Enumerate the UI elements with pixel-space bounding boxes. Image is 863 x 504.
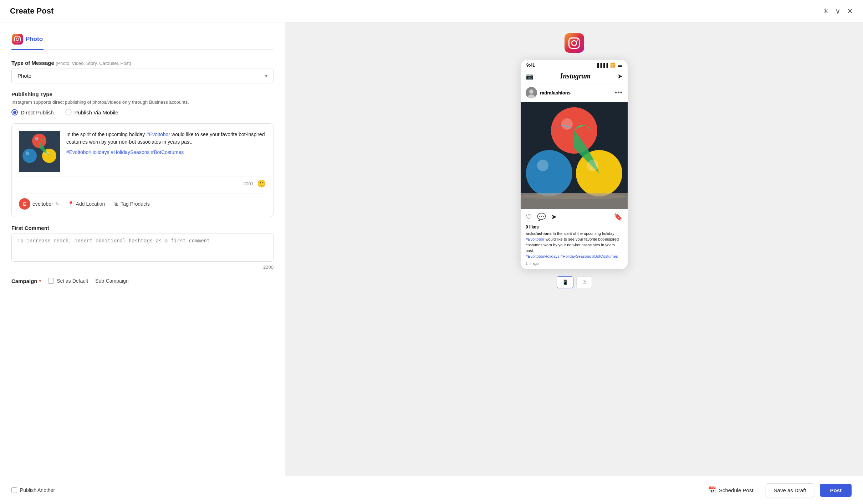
svg-point-15 <box>537 160 548 171</box>
main-layout: Photo Type of Message (Photo, Video, Sto… <box>0 22 863 476</box>
preview-logo <box>565 33 584 53</box>
preview-post-actions: ♡ 💬 ➤ 🔖 <box>521 209 628 225</box>
sub-campaign-label: Sub-Campaign <box>95 278 128 284</box>
tag-icon: 🛍 <box>113 201 118 207</box>
account-avatar-btn[interactable]: E evoltobor ✎ <box>19 198 59 210</box>
preview-caption-hashtags: #EvoltoborHolidays #HolidaySeasons #BotC… <box>526 254 618 258</box>
svg-point-16 <box>587 160 598 171</box>
wifi-icon: 🛜 <box>610 63 616 68</box>
emoji-button[interactable]: 🙂 <box>257 179 266 188</box>
svg-point-4 <box>35 137 39 140</box>
phone-mockup: 9:41 ▐▐▐▐ 🛜 ▬ 📷 Instagram ➤ <box>521 60 628 269</box>
tab-photo-label: Photo <box>26 36 43 43</box>
calendar-icon: 📅 <box>708 486 716 494</box>
pin-icon[interactable]: ✳ <box>823 7 829 15</box>
mobile-view-btn[interactable]: 📱 <box>557 276 573 288</box>
select-chevron-icon: ▾ <box>265 73 267 79</box>
like-icon: ♡ <box>526 212 532 221</box>
phone-nav: 📷 Instagram ➤ <box>521 69 628 83</box>
radio-publish-via-mobile-circle <box>65 109 72 115</box>
preview-post-header: radrafashions ••• <box>521 83 628 102</box>
tag-products-label: Tag Products <box>121 201 150 207</box>
post-hashtags: #EvoltoborHolidays #HolidaySeasons #BotC… <box>66 149 266 156</box>
preview-caption-mention: #Evoltobor <box>526 237 545 241</box>
svg-point-18 <box>521 194 628 199</box>
svg-point-12 <box>526 150 572 196</box>
schedule-post-label: Schedule Post <box>719 487 754 493</box>
first-comment-input[interactable] <box>11 233 274 262</box>
preview-caption: radrafashions In the spirit of the upcom… <box>521 230 628 262</box>
tabs: Photo <box>11 31 274 50</box>
radio-direct-publish-circle <box>11 109 18 115</box>
location-icon: 📍 <box>68 201 74 207</box>
save-icon: 🔖 <box>614 212 623 221</box>
post-mention: #Evoltobor <box>146 132 170 137</box>
campaign-label: Campaign • <box>11 278 41 284</box>
comment-icon: 💬 <box>537 212 546 221</box>
chevron-down-icon[interactable]: ∨ <box>835 7 841 15</box>
set-as-default-label: Set as Default <box>57 278 88 284</box>
preview-caption-user: radrafashions <box>526 231 552 236</box>
type-of-message-section: Type of Message (Photo, Video, Story, Ca… <box>11 60 274 83</box>
preview-avatar <box>526 87 537 98</box>
char-count-row: 2001 🙂 <box>19 176 266 188</box>
preview-post-header-left: radrafashions <box>526 87 571 98</box>
post-hashtags-text: #EvoltoborHolidays #HolidaySeasons #BotC… <box>66 149 184 155</box>
radio-direct-publish[interactable]: Direct Publish <box>11 109 54 115</box>
topbar-actions: ✳ ∨ ✕ <box>823 7 853 15</box>
tag-products-btn[interactable]: 🛍 Tag Products <box>113 201 150 207</box>
message-type-select[interactable]: Photo ▾ <box>11 68 274 83</box>
close-icon[interactable]: ✕ <box>847 7 853 15</box>
status-icons: ▐▐▐▐ 🛜 ▬ <box>596 63 622 68</box>
set-as-default-checkbox[interactable]: Set as Default <box>48 278 88 284</box>
send-nav-icon: ➤ <box>617 72 623 80</box>
page-title: Create Post <box>10 6 53 16</box>
post-image <box>19 131 60 172</box>
message-type-select-wrapper: Photo ▾ <box>11 68 274 83</box>
post-label: Post <box>830 487 842 493</box>
battery-icon: ▬ <box>618 63 622 68</box>
comment-char-count: 2200 <box>263 264 274 270</box>
publishing-type-radio-group: Direct Publish Publish Via Mobile <box>11 109 274 115</box>
radio-publish-via-mobile[interactable]: Publish Via Mobile <box>65 109 118 115</box>
desktop-view-btn[interactable]: 🖥 <box>576 276 592 288</box>
right-panel: 9:41 ▐▐▐▐ 🛜 ▬ 📷 Instagram ➤ <box>285 22 863 476</box>
svg-point-2 <box>22 149 37 163</box>
publishing-type-section: Publishing Type Instagram supports direc… <box>11 91 274 115</box>
tab-photo[interactable]: Photo <box>11 31 44 50</box>
phone-status-bar: 9:41 ▐▐▐▐ 🛜 ▬ <box>521 60 628 69</box>
publish-via-mobile-label: Publish Via Mobile <box>75 109 118 115</box>
post-content: In the spirit of the upcoming holiday #E… <box>19 131 266 172</box>
add-location-btn[interactable]: 📍 Add Location <box>68 201 105 207</box>
direct-publish-label: Direct Publish <box>21 109 54 115</box>
publish-another-checkbox[interactable]: Publish Another <box>11 487 55 493</box>
schedule-post-button[interactable]: 📅 Schedule Post <box>702 483 760 498</box>
preview-instagram-icon <box>565 33 584 53</box>
svg-point-8 <box>529 89 533 94</box>
save-draft-button[interactable]: Save as Draft <box>766 483 815 497</box>
post-card-footer: E evoltobor ✎ 📍 Add Location 🛍 Tag Produ… <box>19 194 266 210</box>
campaign-required-dot: • <box>39 278 41 284</box>
add-location-label: Add Location <box>76 201 105 207</box>
svg-point-5 <box>26 151 29 155</box>
account-name: evoltobor <box>32 201 53 207</box>
campaign-section: Campaign • Set as Default Sub-Campaign <box>11 278 274 284</box>
topbar: Create Post ✳ ∨ ✕ <box>0 0 863 22</box>
signal-icon: ▐▐▐▐ <box>596 63 608 68</box>
publishing-type-label: Publishing Type <box>11 91 274 97</box>
publish-another-label: Publish Another <box>20 487 55 493</box>
preview-more-icon: ••• <box>615 89 623 97</box>
char-count: 2001 <box>243 181 254 186</box>
edit-icon: ✎ <box>55 201 59 207</box>
preview-caption-text: In the spirit of the upcoming holiday <box>553 231 614 236</box>
publish-another-checkbox-box <box>11 487 17 493</box>
instagram-wordmark: Instagram <box>560 72 591 80</box>
bottom-bar: Publish Another 📅 Schedule Post Save as … <box>0 476 863 504</box>
preview-actions-left: ♡ 💬 ➤ <box>526 212 557 221</box>
preview-username: radrafashions <box>540 90 571 96</box>
comment-footer: 2200 <box>11 264 274 270</box>
first-comment-section: First Comment 2200 <box>11 225 274 270</box>
post-button[interactable]: Post <box>820 484 852 497</box>
phone-time: 9:41 <box>526 63 535 68</box>
svg-point-6 <box>45 151 49 155</box>
